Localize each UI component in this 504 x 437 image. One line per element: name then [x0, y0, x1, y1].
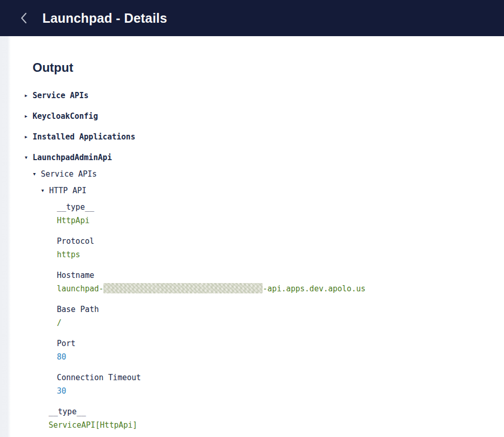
hostname-suffix: -api.apps.dev.apolo.us: [263, 284, 365, 293]
tree-item-label: Service APIs: [41, 167, 97, 181]
field-value: HttpApi: [57, 214, 488, 227]
tree-item-service-apis[interactable]: ▸ Service APIs: [33, 89, 488, 102]
field-connection-timeout: Connection Timeout 30: [57, 371, 488, 398]
tree-item-launchpadadminapi[interactable]: ▾ LaunchpadAdminApi: [33, 151, 488, 164]
field-value: ServiceAPI[HttpApi]: [49, 418, 488, 432]
field-port: Port 80: [57, 337, 488, 364]
field-key: Protocol: [57, 235, 488, 248]
field-type: __type__ HttpApi: [57, 200, 488, 227]
field-key: Port: [57, 337, 488, 350]
tree-item-http-api[interactable]: ▾ HTTP API: [49, 184, 488, 197]
field-value: 30: [57, 384, 488, 398]
page-title: Launchpad - Details: [42, 11, 167, 26]
tree-item-service-apis-nested[interactable]: ▾ Service APIs: [41, 167, 488, 181]
field-key: __type__: [57, 200, 488, 214]
chevron-down-icon[interactable]: ▾: [25, 151, 33, 164]
tree-item-keycloakconfig[interactable]: ▸ KeycloakConfig: [33, 110, 488, 123]
tree-item-label: LaunchpadAdminApi: [33, 151, 112, 164]
tree-item-installed-applications[interactable]: ▸ Installed Applications: [33, 130, 488, 144]
chevron-down-icon[interactable]: ▾: [41, 184, 49, 197]
field-key: __type__: [49, 405, 488, 418]
tree-item-label: Installed Applications: [33, 130, 135, 144]
field-key: Hostname: [57, 269, 488, 282]
output-heading: Output: [33, 59, 488, 76]
field-base-path: Base Path /: [57, 303, 488, 330]
chevron-right-icon[interactable]: ▸: [25, 130, 33, 144]
field-service-api-type: __type__ ServiceAPI[HttpApi]: [49, 405, 488, 432]
field-protocol: Protocol https: [57, 235, 488, 261]
app-header: Launchpad - Details: [0, 0, 504, 36]
field-hostname: Hostname launchpad--api.apps.dev.apolo.u…: [57, 269, 488, 295]
back-button[interactable]: [14, 9, 33, 27]
chevron-left-icon: [19, 11, 28, 25]
field-key: Connection Timeout: [57, 371, 488, 384]
chevron-right-icon[interactable]: ▸: [25, 110, 33, 123]
hostname-prefix: launchpad-: [57, 284, 103, 293]
field-key: Base Path: [57, 303, 488, 316]
field-value: 80: [57, 350, 488, 364]
tree-item-label: Service APIs: [33, 89, 88, 102]
field-value: /: [57, 316, 488, 330]
tree-item-label: HTTP API: [49, 184, 86, 197]
redacted-block: [103, 283, 263, 293]
chevron-right-icon[interactable]: ▸: [25, 89, 33, 102]
field-value: launchpad--api.apps.dev.apolo.us: [57, 282, 488, 295]
field-value: https: [57, 248, 488, 261]
tree-item-label: KeycloakConfig: [33, 110, 98, 123]
output-tree: ▸ Service APIs ▸ KeycloakConfig ▸ Instal…: [33, 89, 488, 432]
main-content: Output ▸ Service APIs ▸ KeycloakConfig ▸…: [0, 36, 504, 437]
chevron-down-icon[interactable]: ▾: [33, 167, 41, 181]
